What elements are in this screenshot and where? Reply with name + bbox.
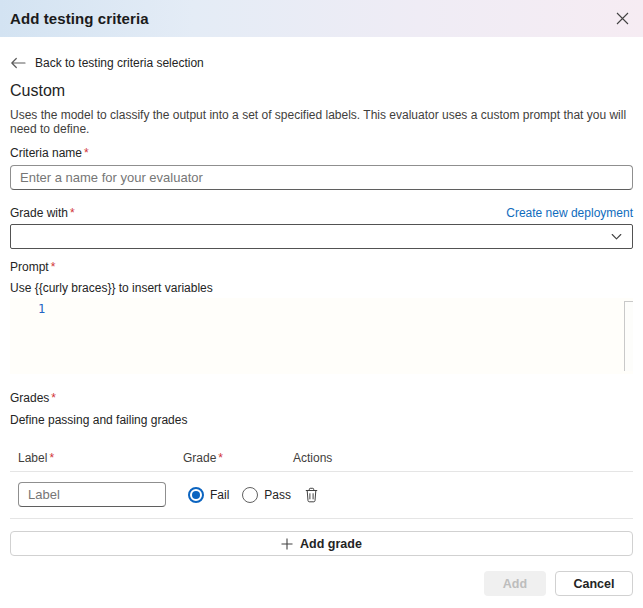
required-asterisk: * [218, 451, 223, 465]
add-grade-button-label: Add grade [300, 537, 362, 551]
grade-with-header: Grade with* Create new deployment [10, 206, 633, 220]
trash-icon [304, 487, 319, 503]
grades-label: Grades* [10, 391, 633, 405]
radio-pass-icon[interactable] [242, 487, 258, 503]
dialog-header: Add testing criteria [0, 0, 643, 37]
table-row: Fail Pass [10, 472, 633, 519]
radio-pass-label: Pass [264, 488, 291, 502]
criteria-name-field: Criteria name* [10, 146, 633, 190]
column-header-actions: Actions [293, 451, 633, 465]
close-button[interactable] [609, 5, 635, 31]
required-asterisk: * [70, 206, 75, 220]
delete-grade-button[interactable] [302, 485, 321, 505]
dialog-footer: Add Cancel [10, 571, 633, 608]
create-new-deployment-link[interactable]: Create new deployment [506, 206, 633, 220]
cancel-button[interactable]: Cancel [555, 571, 633, 596]
grades-table-header: Label* Grade* Actions [10, 451, 633, 472]
close-icon [616, 12, 629, 25]
back-arrow-icon [10, 57, 26, 69]
grade-radio-group: Fail Pass [183, 487, 293, 503]
editor-scrollbar[interactable] [624, 301, 633, 371]
column-header-label: Label* [10, 451, 183, 465]
radio-option-pass[interactable]: Pass [242, 487, 291, 503]
column-header-grade: Grade* [183, 451, 293, 465]
prompt-hint: Use {{curly braces}} to insert variables [10, 281, 633, 295]
required-asterisk: * [84, 146, 89, 160]
prompt-label: Prompt* [10, 260, 633, 274]
grades-hint: Define passing and failing grades [10, 413, 633, 427]
radio-fail-icon[interactable] [188, 487, 204, 503]
grade-with-label: Grade with* [10, 206, 75, 220]
criteria-name-label: Criteria name* [10, 146, 633, 160]
add-button[interactable]: Add [484, 571, 546, 596]
evaluator-description: Uses the model to classify the output in… [10, 108, 633, 136]
back-link-label: Back to testing criteria selection [35, 56, 204, 70]
grade-label-input[interactable] [18, 482, 166, 507]
chevron-down-icon [610, 230, 623, 243]
page-title: Custom [10, 81, 633, 100]
dialog-title: Add testing criteria [10, 10, 149, 27]
prompt-code-editor[interactable]: 1 [10, 298, 633, 374]
plus-icon [281, 538, 293, 550]
required-asterisk: * [51, 391, 56, 405]
back-link[interactable]: Back to testing criteria selection [10, 56, 204, 70]
radio-option-fail[interactable]: Fail [188, 487, 229, 503]
grade-label-cell [10, 482, 183, 507]
add-testing-criteria-dialog: Add testing criteria Back to testing cri… [0, 0, 643, 608]
required-asterisk: * [49, 451, 54, 465]
criteria-name-input[interactable] [10, 165, 633, 190]
dialog-body: Back to testing criteria selection Custo… [0, 37, 643, 608]
editor-line-number: 1 [38, 302, 45, 316]
grade-actions-cell [293, 485, 633, 505]
required-asterisk: * [51, 260, 56, 274]
grades-table: Label* Grade* Actions Fail [10, 451, 633, 556]
radio-fail-label: Fail [210, 488, 229, 502]
grade-with-dropdown[interactable] [10, 224, 633, 249]
add-grade-button[interactable]: Add grade [10, 531, 633, 556]
